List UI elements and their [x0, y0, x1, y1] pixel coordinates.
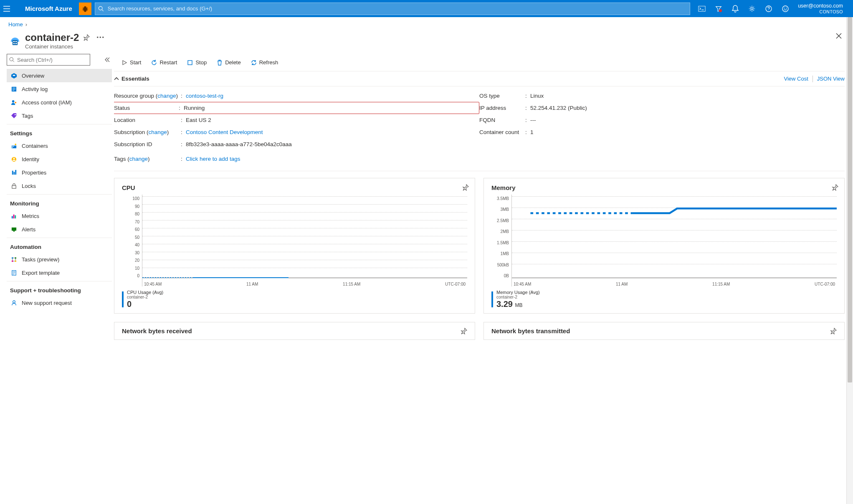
chevron-up-icon: [114, 77, 119, 81]
svg-rect-8: [13, 40, 18, 45]
scrollbar-thumb[interactable]: [848, 17, 852, 382]
svg-point-17: [14, 114, 15, 115]
pin-icon: [461, 328, 467, 334]
sidebar-item-label: Locks: [22, 183, 36, 189]
sidebar-search-input[interactable]: [7, 54, 90, 66]
container-instance-icon: [8, 33, 22, 47]
support-icon: [10, 300, 18, 306]
preview-bug-badge[interactable]: [79, 3, 91, 15]
overview-icon: [10, 73, 18, 79]
play-icon: [121, 60, 127, 66]
cpu-chart-area[interactable]: 1009080706050403020100: [122, 195, 467, 286]
delete-button[interactable]: Delete: [212, 54, 246, 71]
sidebar-item-containers[interactable]: Containers: [7, 139, 112, 152]
label-ip-address: IP address: [479, 105, 525, 111]
help-button[interactable]: [760, 0, 777, 17]
sidebar-search-row: [7, 54, 112, 66]
collapse-sidebar-button[interactable]: [103, 56, 112, 64]
directory-filter-button[interactable]: [710, 0, 727, 17]
sidebar-item-label: Metrics: [22, 213, 39, 219]
svg-rect-26: [13, 172, 15, 175]
close-blade-button[interactable]: [835, 33, 842, 39]
containers-icon: [10, 143, 18, 149]
subscription-link[interactable]: Contoso Content Development: [186, 129, 263, 135]
sidebar-item-properties[interactable]: Properties: [7, 166, 112, 179]
feedback-button[interactable]: [777, 0, 794, 17]
svg-point-6: [784, 8, 785, 8]
svg-point-0: [99, 6, 102, 10]
global-search-input[interactable]: [95, 3, 690, 15]
essentials-toggle[interactable]: Essentials: [114, 76, 149, 82]
sidebar-item-overview[interactable]: Overview: [7, 69, 112, 82]
more-actions-button[interactable]: •••: [96, 34, 105, 41]
svg-rect-9: [13, 41, 15, 42]
memory-chart-area[interactable]: 3.5MB3MB2.5MB2MB1.5MB1MB500kB0B: [491, 195, 837, 286]
resource-type-subtitle: Container instances: [25, 43, 79, 50]
ip-address-value: 52.254.41.232 (Public): [530, 105, 845, 111]
breadcrumb: Home ›: [0, 17, 853, 30]
hamburger-menu-button[interactable]: [3, 6, 20, 12]
pin-memory-chart-button[interactable]: [832, 184, 838, 191]
properties-icon: [10, 170, 18, 176]
svg-rect-30: [13, 214, 14, 218]
refresh-button[interactable]: Refresh: [246, 54, 283, 71]
sidebar-item-label: Activity log: [22, 86, 48, 92]
svg-point-38: [13, 300, 15, 303]
sidebar-item-label: Overview: [22, 73, 44, 79]
vertical-scrollbar[interactable]: [846, 17, 853, 504]
view-cost-link[interactable]: View Cost: [784, 76, 808, 82]
sidebar-heading-monitoring: Monitoring: [7, 194, 112, 209]
brand-label[interactable]: Microsoft Azure: [20, 5, 77, 12]
sidebar-item-tasks[interactable]: Tasks (preview): [7, 253, 112, 266]
chevron-right-icon: ›: [25, 21, 27, 28]
sidebar-item-export-template[interactable]: Export template: [7, 266, 112, 279]
sidebar-item-access-control[interactable]: Access control (IAM): [7, 96, 112, 109]
settings-button[interactable]: [744, 0, 760, 17]
svg-point-34: [15, 257, 16, 258]
restart-button[interactable]: Restart: [146, 54, 182, 71]
start-button[interactable]: Start: [116, 54, 146, 71]
svg-point-5: [782, 6, 788, 12]
breadcrumb-home-link[interactable]: Home: [8, 21, 23, 28]
add-tags-link[interactable]: Click here to add tags: [186, 156, 240, 162]
svg-point-7: [786, 8, 787, 8]
sidebar-item-tags[interactable]: Tags: [7, 109, 112, 122]
sidebar-item-new-support-request[interactable]: New support request: [7, 296, 112, 309]
sidebar-item-alerts[interactable]: Alerts: [7, 223, 112, 236]
svg-rect-11: [13, 43, 15, 44]
pin-cpu-chart-button[interactable]: [462, 184, 469, 191]
cloud-shell-button[interactable]: [694, 0, 710, 17]
label-location: Location: [114, 117, 181, 123]
resource-sidebar: Overview Activity log Access control (IA…: [0, 54, 114, 504]
container-count-value: 1: [530, 129, 845, 135]
change-sub-link[interactable]: change: [149, 129, 167, 135]
subscription-id-value: 8fb323e3-aaaa-aaaa-a772-5be04a2c0aaa: [186, 141, 479, 147]
divider: [813, 76, 813, 82]
network-rx-card[interactable]: Network bytes received: [114, 322, 475, 340]
sidebar-heading-automation: Automation: [7, 238, 112, 253]
svg-point-22: [15, 143, 16, 145]
label-resource-group: Resource group (change): [114, 93, 181, 99]
stop-button[interactable]: Stop: [182, 54, 212, 71]
svg-rect-21: [12, 147, 13, 148]
svg-point-15: [12, 100, 14, 102]
account-block[interactable]: user@contoso.com CONTOSO: [794, 3, 850, 15]
cpu-chart-card: CPU 1009080706050403020100: [114, 178, 475, 314]
resource-group-link[interactable]: contoso-test-rg: [186, 93, 223, 99]
svg-point-33: [11, 257, 13, 258]
pin-resource-button[interactable]: [83, 34, 90, 41]
svg-point-24: [13, 157, 15, 159]
tags-icon: [10, 113, 18, 119]
change-tags-link[interactable]: change: [129, 156, 148, 162]
sidebar-item-activity-log[interactable]: Activity log: [7, 82, 112, 96]
sidebar-heading-settings: Settings: [7, 124, 112, 139]
notifications-button[interactable]: [727, 0, 744, 17]
json-view-link[interactable]: JSON View: [817, 76, 845, 82]
alerts-icon: [10, 226, 18, 233]
sidebar-item-metrics[interactable]: Metrics: [7, 209, 112, 223]
cpu-chart-title: CPU: [122, 184, 467, 191]
change-rg-link[interactable]: change: [157, 93, 176, 99]
top-bar: Microsoft Azure user@contoso.com CONTOSO: [0, 0, 853, 17]
sidebar-item-identity[interactable]: Identity: [7, 152, 112, 166]
sidebar-item-locks[interactable]: Locks: [7, 179, 112, 192]
